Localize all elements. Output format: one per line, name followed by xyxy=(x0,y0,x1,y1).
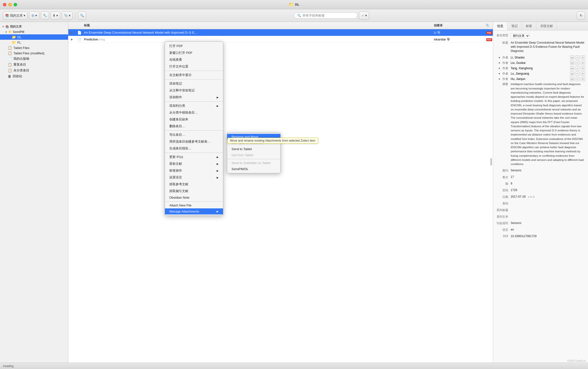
sidebar-semipm[interactable]: ▼ 📁 SemiPM xyxy=(0,30,68,34)
arrow-icon-attach: ▶ xyxy=(217,96,219,99)
author-add-4[interactable]: + xyxy=(581,71,585,76)
tab-info[interactable]: 信息 xyxy=(493,22,507,30)
item-type-select[interactable]: 期刊文章 xyxy=(511,33,530,38)
expand-icon-row1[interactable]: ▶ xyxy=(68,31,76,34)
menu-item-remove-from-collection[interactable]: 从分类中移除条目… xyxy=(165,109,223,116)
menu-item-add-attach[interactable]: 添加附件 ▶ xyxy=(165,94,223,101)
menu-item-send-to-tablet[interactable]: Send to Tablet xyxy=(227,146,280,152)
sync-button[interactable]: ⬇ ▾ xyxy=(51,11,60,20)
series-value[interactable] xyxy=(511,201,585,206)
col-title-header[interactable]: 标题 xyxy=(83,23,432,28)
author-move-up-5[interactable]: ▭ xyxy=(570,77,574,81)
author-value-1[interactable]: Li, Shaobo xyxy=(511,56,568,59)
refresh-button[interactable]: ↻ xyxy=(577,11,585,20)
menu-item-open-pdf[interactable]: 打开 PDF xyxy=(165,43,223,50)
menu-item-open-location[interactable]: 打开文件位置 xyxy=(165,63,223,70)
menu-item-fetch-refs[interactable]: 抓取参考文献 xyxy=(165,181,223,188)
menu-item-obsidian-note[interactable]: Obsidian Note xyxy=(165,194,223,200)
tools-button[interactable]: 🔧 xyxy=(41,11,49,20)
menu-item-show-in-library[interactable]: 在文献库中显示 xyxy=(165,72,223,79)
attach-button[interactable]: 📎 ▾ xyxy=(62,11,73,20)
menu-sep-3 xyxy=(165,101,223,102)
author-remove-3[interactable]: − xyxy=(575,66,580,70)
menu-item-open-pdf-new[interactable]: 新窗口打开 PDF xyxy=(165,50,223,56)
menu-item-add-note[interactable]: 添加笔记 xyxy=(165,80,223,87)
sidebar-item-fl[interactable]: 📁 FL xyxy=(0,40,68,45)
menu-item-tag-ops[interactable]: 标签操作 ▶ xyxy=(165,167,223,174)
author-add-2[interactable]: + xyxy=(581,61,585,65)
menu-item-get-from-tablet[interactable]: Get from Tablet xyxy=(227,152,280,158)
menu-item-attach-new-file[interactable]: Attach New File xyxy=(165,202,223,208)
menu-item-view-online[interactable]: 在线查看 xyxy=(165,56,223,63)
issue-value[interactable]: 8 xyxy=(511,182,585,186)
col-creator-header[interactable]: 创建者 xyxy=(432,23,485,28)
sidebar-item-dl[interactable]: 📁 DL xyxy=(0,34,68,40)
menu-item-star-lit[interactable]: 星标文献 ▶ xyxy=(165,160,223,167)
author-value-4[interactable]: Lu, Jianguang xyxy=(511,72,568,75)
language-value[interactable]: en xyxy=(511,228,585,232)
author-move-up-4[interactable]: ▭ xyxy=(570,71,574,76)
tab-tags[interactable]: 标签 xyxy=(522,22,536,30)
menu-item-update-if[interactable]: 更新 IF(s) ▶ xyxy=(165,154,223,160)
sidebar-my-library[interactable]: ▼ 📚 我的文库 xyxy=(0,24,68,30)
tab-notes[interactable]: 笔记 xyxy=(507,22,522,30)
abstract-value[interactable]: Intelligent machine health monitoring an… xyxy=(511,82,585,166)
doi-value[interactable]: 10.3390/s17081729 xyxy=(511,234,585,238)
menu-item-gen-report[interactable]: 生成条目报告… xyxy=(165,145,223,152)
journal-abbr-value[interactable]: Sensors xyxy=(511,221,585,225)
series-title-value[interactable] xyxy=(511,208,585,212)
search-input[interactable] xyxy=(303,14,354,17)
search-toggle-button[interactable]: 🔍 xyxy=(78,11,86,20)
title-value[interactable]: An Ensemble Deep Convolutional Neural Ne… xyxy=(511,41,585,53)
author-move-up-2[interactable]: ▭ xyxy=(570,61,574,65)
item-type-value[interactable]: 期刊文章 xyxy=(511,33,585,38)
author-value-3[interactable]: Tang, Xianghong xyxy=(511,67,568,70)
menu-item-delete-item[interactable]: 删除条目… xyxy=(165,123,223,130)
sidebar-item-unsorted[interactable]: 📋 未分类条目 xyxy=(0,68,68,73)
author-move-up-1[interactable]: ▭ xyxy=(570,55,574,60)
journal-value[interactable]: Sensors xyxy=(511,169,585,173)
author-move-up-3[interactable]: ▭ xyxy=(570,66,574,70)
search-bar[interactable]: 🔍 xyxy=(294,12,357,19)
maximize-button[interactable] xyxy=(14,3,17,6)
menu-item-fetch-cite[interactable]: 抓取施引文献 xyxy=(165,188,223,194)
pages-value[interactable]: 1729 xyxy=(511,188,585,192)
menu-item-add-note-from-annot[interactable]: 从注释中添加笔记 xyxy=(165,87,223,94)
volume-value[interactable]: 17 xyxy=(511,175,585,180)
sidebar-item-trash[interactable]: 🗑 回收站 xyxy=(0,73,68,79)
menu-item-dup-item[interactable]: 创建条目副本 xyxy=(165,116,223,123)
author-add-3[interactable]: + xyxy=(581,66,585,70)
author-remove-5[interactable]: − xyxy=(575,77,580,81)
menu-item-add-to-collection[interactable]: 添加到分类 ▶ xyxy=(165,102,223,109)
close-button[interactable] xyxy=(3,3,6,6)
table-row[interactable]: ▶ 📄 An Ensemble Deep Convolutional Neura… xyxy=(68,29,493,36)
minimize-button[interactable] xyxy=(8,3,12,6)
menu-item-create-bib[interactable]: 用所选条目创建参考文献表… xyxy=(165,138,223,145)
menu-item-subfolder-path[interactable]: SemiPM/DL xyxy=(227,166,280,172)
author-controls-4: ▭ − + xyxy=(570,71,585,76)
navigate-button[interactable]: → ▾ xyxy=(359,11,369,20)
author-value-2[interactable]: Liu, Guokai xyxy=(511,61,568,65)
menu-item-set-lang[interactable]: 设置语言 ▶ xyxy=(165,174,223,181)
author-remove-1[interactable]: − xyxy=(575,55,580,60)
sidebar-item-tablet-files[interactable]: 📋 Tablet Files xyxy=(0,45,68,50)
menu-item-export-item[interactable]: 导出条目… xyxy=(165,131,223,138)
expand-icon-row2[interactable]: ▶ xyxy=(68,38,76,41)
tab-related[interactable]: 关联文献 xyxy=(536,22,557,30)
sidebar-item-tablet-files-mod[interactable]: 📋 Tablet Files (modified) xyxy=(0,50,68,56)
sidebar-item-my-pubs[interactable]: 📄 我的出版物 xyxy=(0,56,68,62)
sidebar-item-duplicates[interactable]: 📋 重复条目 xyxy=(0,62,68,68)
journal-label: 期刊 xyxy=(496,169,511,173)
menu-item-manage-attachments[interactable]: Manage Attachments ▶ xyxy=(165,208,223,214)
new-item-button[interactable]: ⊕ ▾ xyxy=(29,11,39,20)
unsorted-label: 未分类条目 xyxy=(13,68,29,73)
author-add-5[interactable]: + xyxy=(581,77,585,81)
author-remove-4[interactable]: − xyxy=(575,71,580,76)
table-row[interactable]: ▶ 📄 Predictiveuring Iskandar 等 PDF xyxy=(68,36,493,43)
library-button[interactable]: 📚 我的文库 ▾ xyxy=(3,11,28,20)
series-text-value[interactable] xyxy=(511,215,585,219)
author-value-5[interactable]: Hu, Jianjun xyxy=(511,77,568,81)
menu-item-send-subfolder[interactable]: Send to Subfolder on Tablet xyxy=(227,160,280,166)
author-remove-2[interactable]: − xyxy=(575,61,580,65)
author-add-1[interactable]: + xyxy=(581,55,585,60)
